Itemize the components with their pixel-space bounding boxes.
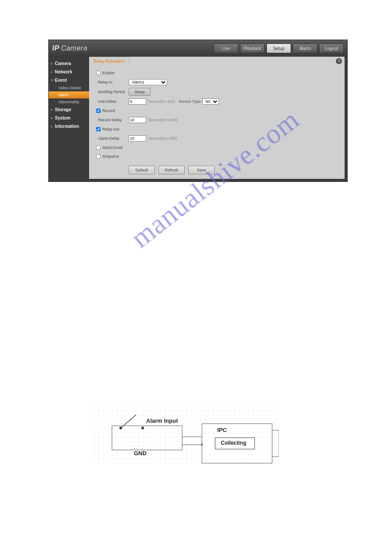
alarm-delay-label: Alarm Delay [94,136,129,141]
send-email-checkbox[interactable] [96,145,101,150]
record-delay-input[interactable] [129,117,146,123]
diagram-label-collecting: Collecting [221,440,246,446]
action-row: Default Refresh Save [94,166,339,174]
row-alarm-delay: Alarm Delay Second(10~300) [94,135,339,142]
svg-point-4 [141,427,144,429]
anti-dither-label: Anti-Dither [94,99,129,104]
sidebar-item-camera[interactable]: Camera [49,59,89,68]
tab-bar: Relay Activation ? [89,57,345,65]
nav-setup[interactable]: Setup [266,44,291,53]
record-label: Record [102,109,115,113]
anti-dither-hint: Second(0~100) [148,99,175,104]
relay-in-label: Relay-in [94,80,129,84]
sensor-type-select[interactable]: NO [202,98,219,105]
app-window: IP Camera Live Playback Setup Alarm Logo… [48,40,348,182]
relay-in-select[interactable]: Alarm1 [129,79,167,85]
diagram-label-gnd: GND [134,450,147,457]
row-record-delay: Record Delay Second(10~300) [94,116,339,123]
save-button[interactable]: Save [188,166,215,174]
record-delay-hint: Second(10~300) [148,118,177,122]
refresh-button[interactable]: Refresh [158,166,185,174]
alarm-input-diagram: Alarm Input GND IPC Collecting [94,406,279,468]
working-period-setup-button[interactable]: Setup [129,88,151,96]
app-header: IP Camera Live Playback Setup Alarm Logo… [49,40,347,57]
sidebar-item-storage[interactable]: Storage [49,105,89,114]
sidebar-sub-alarm[interactable]: Alarm [49,91,89,98]
sidebar-sub-video-detect[interactable]: Video Detect [49,84,89,91]
row-send-email: Send Email [94,145,339,151]
enable-label: Enable [102,71,115,75]
row-relay-in: Relay-in Alarm1 [94,79,339,86]
logo-camera: Camera [61,44,87,52]
diagram-label-alarm-input: Alarm Input [146,417,178,424]
sidebar-item-system[interactable]: System [49,114,89,122]
tab-relay-activation[interactable]: Relay Activation [89,57,129,65]
row-snapshot: Snapshot [94,153,339,160]
row-working-period: Working Period Setup [94,88,339,95]
relay-out-label: Relay-out [102,127,119,131]
enable-checkbox[interactable] [96,71,101,75]
relay-out-checkbox[interactable] [96,127,101,131]
help-icon[interactable]: ? [336,58,342,64]
row-enable: Enable [94,70,339,76]
sidebar-item-network[interactable]: Network [49,68,89,76]
logo: IP Camera [52,44,87,52]
alarm-delay-hint: Second(10~300) [148,136,177,141]
record-checkbox[interactable] [96,109,101,113]
anti-dither-input[interactable] [129,98,146,105]
logo-ip: IP [52,44,59,52]
top-nav: Live Playback Setup Alarm Logout [214,44,344,53]
app-body: Camera Network Event Video Detect Alarm … [49,57,347,181]
row-relay-out: Relay-out [94,126,339,132]
sidebar-item-information[interactable]: Information [49,122,89,131]
snapshot-checkbox[interactable] [96,154,101,159]
sidebar-item-event[interactable]: Event [49,76,89,84]
sensor-type-label: Sensor Type [179,99,201,104]
diagram-label-ipc: IPC [217,427,227,433]
working-period-label: Working Period [94,90,129,94]
row-anti-dither: Anti-Dither Second(0~100) Sensor Type NO [94,98,339,105]
record-delay-label: Record Delay [94,118,129,122]
diagram-svg [94,406,279,468]
nav-playback[interactable]: Playback [240,44,265,53]
snapshot-label: Snapshot [102,154,119,159]
sidebar-sub-abnormality[interactable]: Abnormality [49,98,89,105]
row-record: Record [94,108,339,114]
main-panel: Relay Activation ? Enable Relay-in Alarm… [89,57,345,179]
form-area: Enable Relay-in Alarm1 Working Period Se… [89,65,345,179]
nav-alarm[interactable]: Alarm [293,44,317,53]
sidebar: Camera Network Event Video Detect Alarm … [49,57,89,181]
default-button[interactable]: Default [129,166,155,174]
send-email-label: Send Email [102,145,122,150]
nav-logout[interactable]: Logout [319,44,344,53]
nav-live[interactable]: Live [214,44,238,53]
alarm-delay-input[interactable] [129,135,146,141]
